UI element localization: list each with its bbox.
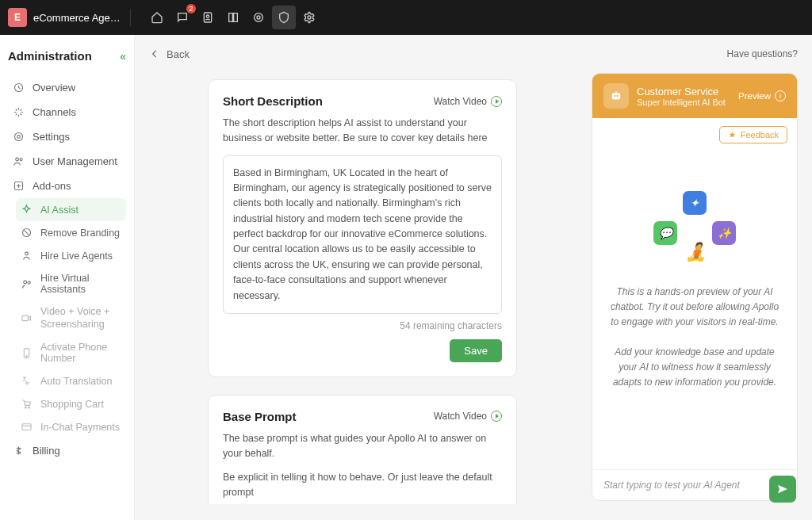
sidebar-item-label: Channels	[33, 106, 76, 118]
svg-point-23	[617, 95, 619, 97]
svg-point-4	[308, 16, 311, 19]
sidebar-item-label: Hire Virtual Assistants	[40, 273, 121, 295]
sidebar-item-label: Overview	[33, 82, 75, 94]
svg-point-14	[28, 281, 30, 284]
star-icon: ✨	[712, 221, 736, 245]
preview-badge[interactable]: Preview i	[738, 90, 786, 101]
sidebar: Administration « Overview Channels Setti…	[0, 35, 135, 520]
collapse-sidebar-icon[interactable]: «	[120, 50, 126, 63]
addons-nav-icon[interactable]	[272, 6, 296, 29]
contacts-icon[interactable]	[196, 6, 220, 29]
preview-input[interactable]: Start typing to test your AI Agent	[592, 469, 797, 500]
card-description: The base prompt is what guides your Apol…	[223, 431, 502, 461]
sidebar-sub-auto-translation[interactable]: Auto Translation	[16, 369, 126, 392]
person-icon: 🧘	[685, 242, 707, 262]
content: Back Have questions? Short Description W…	[135, 35, 812, 520]
watch-video-link[interactable]: Watch Video	[434, 411, 502, 422]
sidebar-item-label: Add-ons	[33, 180, 71, 192]
info-icon: i	[775, 90, 786, 101]
sidebar-item-user-management[interactable]: User Management	[8, 149, 126, 174]
knowledge-icon[interactable]	[221, 6, 245, 29]
sparkle-icon: ✦	[683, 191, 707, 215]
sidebar-item-label: Remove Branding	[40, 228, 120, 239]
svg-point-8	[16, 158, 19, 161]
settings-icon[interactable]	[297, 6, 321, 29]
svg-point-6	[17, 136, 21, 139]
card-description: The short description helps AI assist to…	[223, 116, 502, 146]
short-description-card: Short Description Watch Video The short …	[208, 79, 517, 377]
svg-point-18	[25, 407, 26, 408]
svg-point-13	[24, 281, 27, 284]
svg-point-7	[15, 133, 23, 141]
sidebar-sub-shopping-cart[interactable]: Shopping Cart	[16, 392, 126, 415]
preview-badge-label: Preview	[738, 91, 771, 101]
sidebar-item-addons[interactable]: Add-ons	[8, 174, 126, 198]
preview-body-text: This is a hands-on preview of your AI ch…	[607, 285, 783, 331]
svg-point-3	[254, 13, 262, 22]
svg-point-2	[257, 16, 260, 19]
sidebar-sub-in-chat-payments[interactable]: In-Chat Payments	[16, 415, 126, 438]
sidebar-item-label: Auto Translation	[40, 376, 112, 387]
base-prompt-card: Base Prompt Watch Video The base prompt …	[208, 395, 517, 504]
back-label: Back	[167, 48, 190, 60]
topbar: E eCommerce Age… 2	[0, 0, 812, 35]
svg-point-17	[26, 355, 27, 356]
sidebar-sub-hire-virtual-assistants[interactable]: Hire Virtual Assistants	[16, 267, 126, 300]
feedback-label: Feedback	[741, 130, 779, 140]
feedback-button[interactable]: Feedback	[719, 126, 787, 143]
preview-subtitle: Super Intelligent AI Bot	[637, 98, 726, 107]
sidebar-sub-activate-phone[interactable]: Activate Phone Number	[16, 336, 126, 369]
sidebar-item-label: Settings	[33, 131, 70, 143]
svg-point-1	[206, 15, 209, 17]
sidebar-sub-remove-branding[interactable]: Remove Branding	[16, 221, 126, 244]
sidebar-sub-hire-live-agents[interactable]: Hire Live Agents	[16, 244, 126, 267]
play-icon	[491, 96, 502, 107]
remaining-characters: 54 remaining characters	[223, 320, 502, 331]
send-button[interactable]	[769, 476, 796, 503]
sidebar-item-label: Shopping Cart	[40, 399, 104, 410]
sidebar-sub-video-voice[interactable]: Video + Voice + Screensharing	[16, 300, 126, 336]
nav-icons: 2	[145, 6, 321, 29]
sidebar-item-label: Billing	[33, 445, 60, 457]
card-title: Base Prompt	[223, 410, 297, 423]
home-icon[interactable]	[145, 6, 169, 29]
svg-rect-20	[22, 424, 31, 430]
brand[interactable]: E eCommerce Age…	[8, 8, 121, 27]
brand-tile: E	[8, 8, 27, 27]
short-description-input[interactable]: Based in Birmingham, UK Located in the h…	[223, 155, 502, 314]
sidebar-item-label: AI Assist	[40, 205, 79, 216]
watch-video-label: Watch Video	[434, 96, 487, 107]
sidebar-item-label: Hire Live Agents	[40, 250, 113, 262]
sidebar-item-channels[interactable]: Channels	[8, 100, 126, 124]
inbox-icon[interactable]: 2	[170, 6, 194, 29]
have-questions-link[interactable]: Have questions?	[727, 48, 798, 59]
brand-text: eCommerce Age…	[33, 12, 121, 24]
card-title: Short Description	[223, 94, 323, 108]
svg-rect-15	[22, 316, 29, 321]
preview-panel: Customer Service Super Intelligent AI Bo…	[592, 73, 798, 501]
chat-bubble-icon: 💬	[653, 221, 677, 245]
svg-rect-21	[612, 93, 621, 99]
watch-video-label: Watch Video	[434, 411, 487, 422]
sidebar-item-overview[interactable]: Overview	[8, 75, 126, 100]
sidebar-item-settings[interactable]: Settings	[8, 124, 126, 149]
sidebar-title: Administration	[8, 49, 92, 63]
sidebar-sub-ai-assist[interactable]: AI Assist	[16, 198, 126, 221]
save-button[interactable]: Save	[450, 339, 502, 362]
back-link[interactable]: Back	[149, 48, 190, 60]
svg-point-22	[615, 95, 616, 97]
sidebar-item-label: Video + Voice + Screensharing	[40, 306, 121, 331]
sidebar-item-label: User Management	[33, 155, 117, 167]
play-icon	[491, 411, 502, 422]
bot-avatar-icon	[603, 83, 629, 109]
svg-point-9	[20, 158, 22, 160]
sidebar-item-label: In-Chat Payments	[40, 422, 120, 433]
card-description: Be explicit in telling it how to behave.…	[223, 470, 502, 500]
reports-icon[interactable]	[247, 6, 270, 29]
sidebar-item-billing[interactable]: Billing	[8, 438, 126, 463]
watch-video-link[interactable]: Watch Video	[434, 96, 502, 107]
preview-illustration: ✦ 💬 ✨ 🧘	[647, 191, 742, 262]
preview-body-text: Add your knowledge base and update your …	[607, 345, 783, 391]
svg-point-12	[25, 252, 29, 255]
svg-point-19	[29, 407, 30, 408]
